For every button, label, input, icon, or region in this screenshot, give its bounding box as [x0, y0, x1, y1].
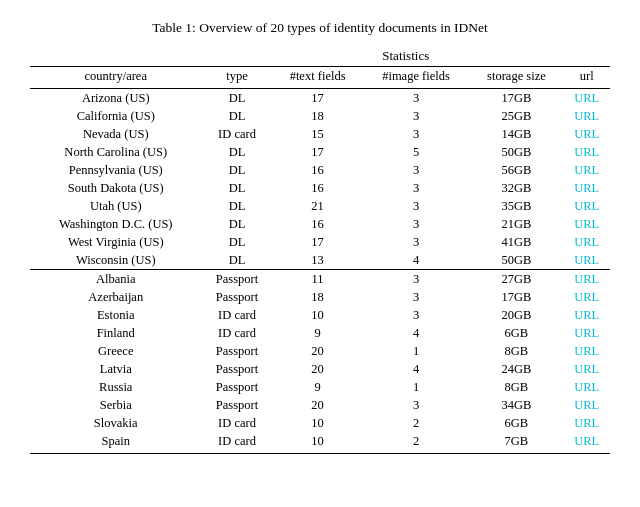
- cell-country: Estonia: [30, 306, 201, 324]
- cell-type: DL: [201, 215, 272, 233]
- cell-text-fields: 18: [273, 288, 363, 306]
- cell-url[interactable]: URL: [563, 432, 610, 453]
- cell-url[interactable]: URL: [563, 251, 610, 270]
- cell-type: DL: [201, 89, 272, 108]
- url-link[interactable]: URL: [574, 290, 599, 304]
- url-link[interactable]: URL: [574, 308, 599, 322]
- cell-url[interactable]: URL: [563, 89, 610, 108]
- col-header-storage: storage size: [469, 67, 563, 89]
- cell-text-fields: 16: [273, 179, 363, 197]
- cell-storage: 7GB: [469, 432, 563, 453]
- cell-text-fields: 10: [273, 306, 363, 324]
- cell-url[interactable]: URL: [563, 270, 610, 289]
- cell-url[interactable]: URL: [563, 233, 610, 251]
- cell-type: ID card: [201, 432, 272, 453]
- cell-url[interactable]: URL: [563, 215, 610, 233]
- cell-image-fields: 3: [363, 215, 470, 233]
- url-link[interactable]: URL: [574, 362, 599, 376]
- table-row: AlbaniaPassport11327GBURL: [30, 270, 610, 289]
- col-header-url: url: [563, 67, 610, 89]
- cell-url[interactable]: URL: [563, 306, 610, 324]
- cell-storage: 17GB: [469, 89, 563, 108]
- cell-country: Russia: [30, 378, 201, 396]
- cell-url[interactable]: URL: [563, 342, 610, 360]
- url-link[interactable]: URL: [574, 380, 599, 394]
- cell-url[interactable]: URL: [563, 378, 610, 396]
- cell-storage: 50GB: [469, 143, 563, 161]
- table-row: Pennsylvania (US)DL16356GBURL: [30, 161, 610, 179]
- url-link[interactable]: URL: [574, 253, 599, 267]
- url-link[interactable]: URL: [574, 127, 599, 141]
- table-row: AzerbaijanPassport18317GBURL: [30, 288, 610, 306]
- cell-image-fields: 1: [363, 342, 470, 360]
- cell-storage: 56GB: [469, 161, 563, 179]
- cell-storage: 8GB: [469, 342, 563, 360]
- table-row: SpainID card1027GBURL: [30, 432, 610, 453]
- cell-image-fields: 4: [363, 360, 470, 378]
- url-link[interactable]: URL: [574, 272, 599, 286]
- cell-url[interactable]: URL: [563, 414, 610, 432]
- cell-url[interactable]: URL: [563, 396, 610, 414]
- cell-type: Passport: [201, 270, 272, 289]
- cell-image-fields: 3: [363, 89, 470, 108]
- cell-image-fields: 3: [363, 233, 470, 251]
- cell-storage: 27GB: [469, 270, 563, 289]
- url-link[interactable]: URL: [574, 109, 599, 123]
- cell-type: Passport: [201, 396, 272, 414]
- cell-text-fields: 18: [273, 107, 363, 125]
- url-link[interactable]: URL: [574, 91, 599, 105]
- cell-image-fields: 3: [363, 270, 470, 289]
- cell-image-fields: 3: [363, 306, 470, 324]
- url-link[interactable]: URL: [574, 344, 599, 358]
- cell-text-fields: 21: [273, 197, 363, 215]
- url-link[interactable]: URL: [574, 217, 599, 231]
- cell-image-fields: 3: [363, 396, 470, 414]
- statistics-group-header: Statistics: [201, 48, 610, 67]
- cell-country: West Virginia (US): [30, 233, 201, 251]
- cell-storage: 35GB: [469, 197, 563, 215]
- cell-url[interactable]: URL: [563, 143, 610, 161]
- table-row: Arizona (US)DL17317GBURL: [30, 89, 610, 108]
- url-link[interactable]: URL: [574, 145, 599, 159]
- cell-type: DL: [201, 233, 272, 251]
- cell-type: Passport: [201, 360, 272, 378]
- cell-country: Wisconsin (US): [30, 251, 201, 270]
- url-link[interactable]: URL: [574, 235, 599, 249]
- table-row: Utah (US)DL21335GBURL: [30, 197, 610, 215]
- url-link[interactable]: URL: [574, 199, 599, 213]
- cell-image-fields: 5: [363, 143, 470, 161]
- url-link[interactable]: URL: [574, 181, 599, 195]
- url-link[interactable]: URL: [574, 326, 599, 340]
- col-header-country: country/area: [30, 67, 201, 89]
- cell-text-fields: 13: [273, 251, 363, 270]
- column-header-row: country/area type #text fields #image fi…: [30, 67, 610, 89]
- url-link[interactable]: URL: [574, 416, 599, 430]
- cell-type: Passport: [201, 378, 272, 396]
- cell-storage: 6GB: [469, 414, 563, 432]
- url-link[interactable]: URL: [574, 398, 599, 412]
- cell-type: ID card: [201, 414, 272, 432]
- table-row: Wisconsin (US)DL13450GBURL: [30, 251, 610, 270]
- url-link[interactable]: URL: [574, 163, 599, 177]
- cell-country: Spain: [30, 432, 201, 453]
- cell-text-fields: 15: [273, 125, 363, 143]
- cell-type: DL: [201, 161, 272, 179]
- cell-text-fields: 16: [273, 161, 363, 179]
- cell-url[interactable]: URL: [563, 125, 610, 143]
- cell-image-fields: 4: [363, 251, 470, 270]
- cell-url[interactable]: URL: [563, 161, 610, 179]
- cell-text-fields: 10: [273, 432, 363, 453]
- cell-image-fields: 3: [363, 161, 470, 179]
- url-link[interactable]: URL: [574, 434, 599, 448]
- cell-image-fields: 2: [363, 414, 470, 432]
- cell-url[interactable]: URL: [563, 288, 610, 306]
- cell-url[interactable]: URL: [563, 107, 610, 125]
- cell-text-fields: 20: [273, 360, 363, 378]
- cell-image-fields: 3: [363, 288, 470, 306]
- cell-url[interactable]: URL: [563, 197, 610, 215]
- cell-url[interactable]: URL: [563, 324, 610, 342]
- cell-url[interactable]: URL: [563, 360, 610, 378]
- cell-url[interactable]: URL: [563, 179, 610, 197]
- table-row: SerbiaPassport20334GBURL: [30, 396, 610, 414]
- cell-storage: 41GB: [469, 233, 563, 251]
